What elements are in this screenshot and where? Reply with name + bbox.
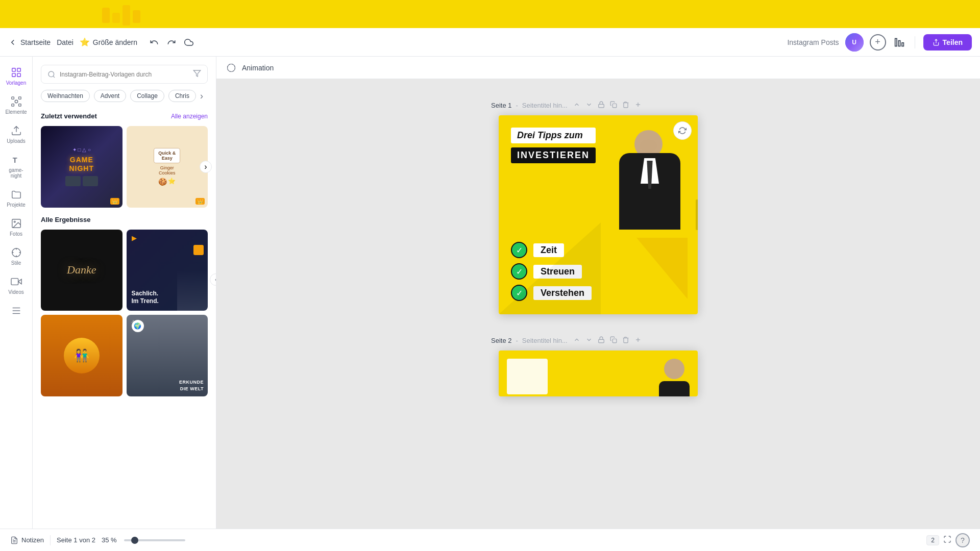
template-game-night[interactable]: ✦ □ △ ○ GAMENIGHT 👑 (41, 126, 122, 208)
cloud-icon (184, 38, 193, 47)
page2-delete-button[interactable] (621, 335, 631, 346)
svg-rect-23 (11, 279, 18, 285)
tag-collage[interactable]: Collage (130, 90, 164, 102)
sidebar-label-elemente: Elemente (5, 109, 27, 115)
page2-expand-button[interactable] (584, 335, 594, 346)
see-all-button[interactable]: Alle anzeigen (171, 113, 208, 120)
diagonal-accent (499, 222, 601, 314)
sidebar-label-vorlagen: Vorlagen (6, 80, 26, 86)
size-change-label: Größe ändern (93, 38, 137, 46)
fullscreen-icon (943, 535, 951, 543)
notes-button[interactable]: Notizen (10, 536, 44, 544)
sidebar-item-elemente[interactable]: Elemente (2, 92, 31, 119)
sidebar-item-fotos[interactable]: Fotos (2, 214, 31, 241)
undo-button[interactable] (148, 36, 161, 49)
zoom-slider[interactable] (124, 539, 185, 541)
template-erkunde[interactable]: 🌍 ↗ ERKUNDEDIE WELT (127, 315, 208, 396)
left-panel: Weihnachten Advent Collage Chris › Zulet… (33, 57, 216, 551)
page2-add-button[interactable] (633, 335, 643, 346)
trash-icon-2 (622, 336, 629, 343)
page2-duplicate-button[interactable] (608, 335, 619, 346)
header-divider (915, 36, 915, 48)
file-menu[interactable]: Datei (57, 38, 74, 46)
chevron-up-icon-2 (573, 336, 580, 343)
share-icon (933, 39, 940, 46)
template-couple[interactable]: 👫 (41, 315, 122, 396)
page1-add-button[interactable] (633, 99, 643, 111)
svg-rect-16 (18, 104, 21, 107)
template-danke[interactable]: Danke (41, 230, 122, 311)
tag-weihnachten[interactable]: Weihnachten (41, 90, 90, 102)
svg-marker-29 (193, 70, 200, 77)
page1-wrapper: Seite 1 - Seitentitel hin... (237, 99, 960, 314)
animation-icon (227, 63, 236, 72)
chevron-down-icon (585, 101, 593, 108)
text-icon: T (11, 154, 22, 165)
slide-right-handle[interactable] (696, 199, 698, 230)
tag-chris[interactable]: Chris (168, 90, 196, 102)
template-cookies[interactable]: Quick &Easy GingerCookies 🍪⭐ 👑 (127, 126, 208, 208)
svg-rect-8 (12, 68, 15, 71)
analytics-button[interactable] (892, 35, 906, 49)
page1-delete-button[interactable] (621, 99, 631, 111)
share-button[interactable]: Teilen (923, 34, 972, 51)
size-change-button[interactable]: ⭐ Größe ändern (80, 37, 137, 47)
add-icon (634, 101, 642, 108)
fullscreen-button[interactable] (943, 535, 951, 545)
svg-rect-4 (895, 38, 896, 46)
sidebar-item-uploads[interactable]: Uploads (2, 121, 31, 148)
svg-rect-3 (133, 10, 140, 23)
page2-wrapper: Seite 2 - Seitentitel hin... (237, 335, 960, 396)
page2-label: Seite 2 (491, 337, 511, 344)
duplicate-icon-2 (610, 336, 617, 343)
svg-rect-1 (112, 13, 120, 23)
sidebar-item-text[interactable]: T game-night (2, 150, 31, 183)
page2-collapse-button[interactable] (572, 335, 582, 346)
user-avatar[interactable]: U (845, 33, 864, 52)
page1-expand-button[interactable] (584, 99, 594, 111)
redo-button[interactable] (165, 36, 178, 49)
tags-row: Weihnachten Advent Collage Chris › (41, 90, 208, 104)
design-slide-2[interactable] (499, 350, 698, 396)
svg-line-28 (53, 76, 55, 78)
app-title: Instagram Posts (787, 38, 839, 46)
sidebar-label-stile: Stile (11, 260, 21, 266)
sidebar-item-more[interactable] (2, 301, 31, 320)
svg-point-12 (15, 100, 18, 103)
help-button[interactable]: ? (955, 533, 970, 547)
fotos-icon (11, 218, 22, 229)
svg-point-30 (228, 64, 235, 71)
svg-point-27 (48, 71, 54, 77)
template-sachlich[interactable]: ▶ Sachlich.Im Trend. (127, 230, 208, 311)
sidebar-item-videos[interactable]: Videos (2, 272, 31, 299)
grid-nav-arrow[interactable]: › (200, 161, 212, 173)
search-input[interactable] (60, 71, 189, 78)
animation-toggle-button[interactable] (225, 61, 238, 74)
title-line1-box[interactable]: Drei Tipps zum (511, 128, 596, 143)
more-tags-button[interactable]: › (200, 90, 203, 102)
title-line2-box[interactable]: INVESTIEREN (511, 147, 596, 163)
save-button[interactable] (182, 36, 195, 49)
sidebar-item-stile[interactable]: Stile (2, 243, 31, 270)
share-label: Teilen (943, 38, 963, 46)
svg-text:T: T (12, 156, 17, 164)
design-slide-1[interactable]: Drei Tipps zum INVESTIEREN (499, 115, 698, 314)
page2-lock-button[interactable] (596, 335, 606, 346)
animation-label[interactable]: Animation (242, 64, 274, 72)
sidebar-item-projekte[interactable]: Projekte (2, 185, 31, 212)
add-team-button[interactable]: + (870, 34, 886, 51)
add-icon-2 (634, 336, 642, 343)
hide-panel-button[interactable]: ‹ (210, 273, 216, 286)
refresh-button[interactable] (673, 121, 692, 140)
back-button[interactable]: Startseite (8, 38, 51, 47)
page1-collapse-button[interactable] (572, 99, 582, 111)
search-bar (41, 65, 208, 84)
trash-icon (622, 101, 629, 108)
sidebar-item-vorlagen[interactable]: Vorlagen (2, 63, 31, 90)
zoom-label: 35 % (102, 536, 120, 544)
canvas-content: Seite 1 - Seitentitel hin... (216, 79, 980, 468)
page1-lock-button[interactable] (596, 99, 606, 111)
tag-advent[interactable]: Advent (94, 90, 126, 102)
filter-button[interactable] (193, 69, 201, 79)
page1-duplicate-button[interactable] (608, 99, 619, 111)
